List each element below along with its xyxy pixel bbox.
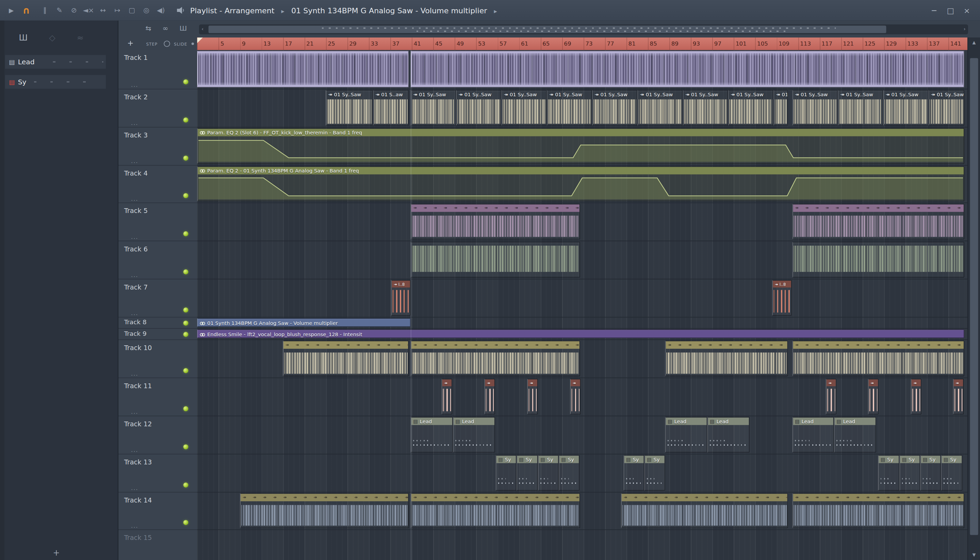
track-header[interactable]: Track 11...: [118, 378, 197, 416]
automation-clip[interactable]: 01 Synth 134BPM G Analog Saw - Volume mu…: [197, 318, 410, 327]
select-tool-icon[interactable]: ▢: [125, 6, 139, 14]
audio-clip[interactable]: ↠ 01 Sy..Saw: [411, 90, 456, 126]
step-toggle[interactable]: [164, 40, 170, 47]
track-name-label[interactable]: Track 14: [124, 497, 152, 504]
audio-clip[interactable]: ↠: [868, 379, 878, 414]
slide-toggle[interactable]: [192, 43, 194, 45]
song-mode-speaker-icon[interactable]: [176, 6, 185, 14]
audio-clip[interactable]: ↠ ↠ ↠ ↠ ↠ ↠ ↠ ↠ ↠ ↠ ↠ ↠ ↠ ↠ ↠ ↠ ↠ ↠ ↠ ↠ …: [793, 340, 964, 376]
picker-playlist-icon[interactable]: Ш: [19, 33, 28, 43]
seek-tool-icon[interactable]: ↦: [110, 6, 125, 14]
track-enable-led[interactable]: [183, 444, 188, 450]
playlist-lane[interactable]: 01 Synth 134BPM G Analog Saw - Volume mu…: [197, 317, 968, 328]
track-enable-led[interactable]: [183, 406, 188, 411]
audio-clip[interactable]: ↠: [911, 379, 922, 414]
track-enable-led[interactable]: [183, 332, 188, 337]
track-name-label[interactable]: Track 9: [124, 330, 147, 337]
draw-tool-icon[interactable]: ✎: [52, 6, 67, 14]
playlist-lane[interactable]: ↠ ↠ ↠ ↠ ↠ ↠ ↠ ↠ ↠ ↠ ↠ ↠ ↠ ↠ ↠ ↠ ↠ ↠ ↠ ↠ …: [197, 493, 968, 530]
pattern-clip[interactable]: ▤Sy: [517, 455, 538, 491]
audio-clip[interactable]: ↠ ↠ ↠ ↠ ↠ ↠ ↠ ↠ ↠ ↠ ↠ ↠ ↠ ↠ ↠ ↠ ↠ ↠ ↠ ↠ …: [793, 493, 964, 528]
horizontal-scrollbar-thumb[interactable]: [208, 25, 887, 33]
headphones-icon[interactable]: ∩: [22, 5, 30, 16]
track-enable-led[interactable]: [183, 482, 188, 488]
audio-clip[interactable]: ↠ ↠ ↠ ↠ ↠ ↠ ↠ ↠ ↠ ↠ ↠ ↠ ↠ ↠ ↠ ↠: [283, 340, 409, 376]
timeline-ruler[interactable]: 5913172125293337414549535761656973778185…: [197, 37, 968, 51]
picker-patterns-icon[interactable]: ◇: [49, 33, 55, 43]
audio-clip[interactable]: [411, 51, 964, 87]
track-header[interactable]: Track 15...: [118, 530, 197, 560]
audio-clip[interactable]: ↠ ↠ ↠ ↠ ↠ ↠ ↠ ↠ ↠ ↠ ↠ ↠ ↠ ↠ ↠ ↠ ↠ ↠ ↠ ↠ …: [793, 204, 964, 240]
audio-clip[interactable]: ↠ 01 Sy..Saw: [637, 90, 683, 126]
preview-tool-icon[interactable]: ◀): [153, 6, 168, 14]
scroll-right-icon[interactable]: ›: [964, 26, 966, 32]
playlist-add-button[interactable]: +: [127, 39, 134, 48]
pattern-clip[interactable]: ▤Sy: [496, 455, 517, 491]
minimize-button[interactable]: ─: [926, 6, 942, 15]
audio-clip[interactable]: [411, 242, 580, 278]
view-icon[interactable]: Ш: [180, 25, 187, 33]
track-header[interactable]: Track 3...: [118, 128, 197, 166]
track-header[interactable]: Track 10...: [118, 340, 197, 378]
automation-clip[interactable]: Param. EQ 2 - 01 Synth 134BPM G Analog S…: [197, 167, 964, 202]
track-enable-led[interactable]: [183, 320, 188, 326]
playlist-lane[interactable]: ↠ ↠ ↠ ↠ ↠ ↠ ↠ ↠ ↠ ↠ ↠ ↠ ↠ ↠ ↠ ↠ ↠ ↠ ↠ ↠ …: [197, 203, 968, 241]
track-header[interactable]: Track 1...: [118, 50, 197, 90]
track-name-label[interactable]: Track 2: [124, 93, 148, 101]
track-enable-led[interactable]: [183, 368, 188, 373]
track-enable-led[interactable]: [183, 232, 188, 237]
vertical-scrollbar[interactable]: ▲ ▼: [967, 37, 980, 560]
zoom-tool-icon[interactable]: ◎: [139, 6, 154, 14]
track-enable-led[interactable]: [183, 193, 188, 198]
track-name-label[interactable]: Track 6: [124, 245, 148, 252]
pattern-clip[interactable]: ▤Lead: [707, 417, 750, 452]
pattern-clip[interactable]: ▤Lead: [834, 417, 876, 452]
close-button[interactable]: ×: [958, 6, 975, 15]
track-name-label[interactable]: Track 1: [124, 54, 148, 61]
pattern-clip[interactable]: ▤Lead: [453, 417, 495, 452]
track-header[interactable]: Track 9: [118, 328, 197, 340]
scroll-down-icon[interactable]: ▼: [968, 553, 980, 558]
track-name-label[interactable]: Track 10: [124, 343, 152, 351]
slide-tool-icon[interactable]: ↔: [96, 6, 110, 14]
track-name-label[interactable]: Track 5: [124, 207, 148, 214]
track-name-label[interactable]: Track 3: [124, 131, 148, 139]
audio-clip[interactable]: ↠ 01 Sy..Saw: [683, 90, 728, 126]
playlist-lane[interactable]: ▤Lead▤Lead▤Lead▤Lead▤Lead▤Lead: [197, 417, 968, 455]
track-enable-led[interactable]: [183, 308, 188, 313]
playlist-lane[interactable]: ↠ 01 Sy..Saw↠ 01 S..aw↠ 01 Sy..Saw↠ 01 S…: [197, 90, 968, 128]
play-icon[interactable]: ▶: [9, 7, 13, 13]
audio-clip[interactable]: ↠ ↠ ↠ ↠ ↠ ↠ ↠ ↠ ↠ ↠ ↠ ↠ ↠ ↠ ↠ ↠ ↠ ↠ ↠ ↠ …: [411, 493, 580, 528]
track-enable-led[interactable]: [183, 520, 188, 525]
pattern-item-sy[interactable]: ▤ Sy: [5, 75, 106, 88]
audio-clip[interactable]: ↠ 01 Sy..Saw: [793, 90, 838, 126]
pattern-clip[interactable]: ▤Sy: [899, 455, 920, 491]
mute-tool-icon[interactable]: ◄×: [81, 6, 96, 14]
playlist-lane[interactable]: [197, 50, 968, 90]
track-name-label[interactable]: Track 13: [124, 458, 152, 466]
track-enable-led[interactable]: [183, 117, 188, 122]
playlist-lane[interactable]: ↠↠↠↠↠↠↠↠: [197, 378, 968, 416]
track-enable-led[interactable]: [183, 270, 188, 275]
audio-clip[interactable]: ↠: [442, 379, 452, 414]
pattern-clip[interactable]: ▤Sy: [538, 455, 559, 491]
pattern-clip[interactable]: ▤Sy: [920, 455, 941, 491]
slide-toggle-label[interactable]: SLIDE: [174, 42, 187, 47]
audio-clip[interactable]: ↠ 01 Sy..Saw: [326, 90, 373, 126]
playlist-lane[interactable]: ↠ ↠ ↠ ↠ ↠ ↠ ↠ ↠ ↠ ↠ ↠ ↠ ↠ ↠ ↠ ↠ ↠ ↠ ↠ ↠ …: [197, 340, 968, 378]
breadcrumb-selection-name[interactable]: 01 Synth 134BPM G Analog Saw - Volume mu…: [291, 6, 487, 15]
pattern-clip[interactable]: ▤Lead: [793, 417, 834, 452]
track-name-label[interactable]: Track 15: [124, 534, 152, 541]
pattern-clip[interactable]: ▤Sy: [623, 455, 644, 491]
playhead-marker[interactable]: [197, 37, 203, 43]
playlist-lane[interactable]: ▤Sy▤Sy▤Sy▤Sy▤Sy▤Sy▤Sy▤Sy▤Sy▤Sy: [197, 455, 968, 493]
audio-clip[interactable]: ↠ l..8: [391, 280, 410, 316]
track-enable-led[interactable]: [183, 155, 188, 161]
playlist-lane[interactable]: Param. EQ 2 (Slot 6) - FF_OT_kick_low_th…: [197, 128, 968, 166]
pattern-clip[interactable]: ▤Sy: [645, 455, 665, 491]
track-name-label[interactable]: Track 8: [124, 319, 147, 326]
audio-clip[interactable]: ↠ l..8: [772, 280, 792, 316]
track-header[interactable]: Track 14...: [118, 493, 197, 530]
audio-clip[interactable]: ↠: [527, 379, 538, 414]
playlist-grid[interactable]: ↠ 01 Sy..Saw↠ 01 S..aw↠ 01 Sy..Saw↠ 01 S…: [197, 50, 968, 560]
